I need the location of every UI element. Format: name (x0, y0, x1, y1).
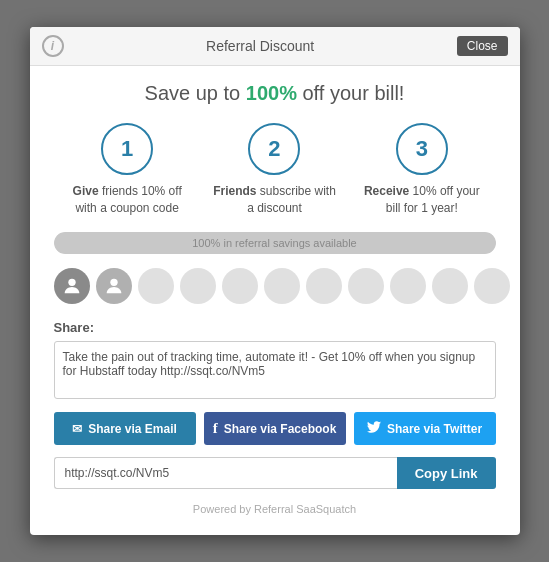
avatar-5 (222, 268, 258, 304)
info-symbol: i (51, 39, 54, 53)
copy-link-row: Copy Link (54, 457, 496, 489)
twitter-icon (367, 421, 381, 436)
powered-by-text: Powered by Referral SaaSquatch (193, 503, 356, 515)
share-message-textarea[interactable]: Take the pain out of tracking time, auto… (54, 341, 496, 399)
step-1-text: Give friends 10% off with a coupon code (62, 183, 192, 217)
share-facebook-label: Share via Facebook (224, 422, 337, 436)
powered-by: Powered by Referral SaaSquatch (54, 503, 496, 515)
headline-prefix: Save up to (145, 82, 246, 104)
share-facebook-button[interactable]: f Share via Facebook (204, 412, 346, 445)
step-2-number: 2 (268, 136, 280, 162)
step-3-circle: 3 (396, 123, 448, 175)
avatars-row (54, 268, 496, 304)
step-2: 2 Friends subscribe with a discount (209, 123, 339, 217)
copy-link-button[interactable]: Copy Link (397, 457, 496, 489)
step-3: 3 Receive 10% off your bill for 1 year! (357, 123, 487, 217)
avatar-6 (264, 268, 300, 304)
avatar-3 (138, 268, 174, 304)
avatar-1 (54, 268, 90, 304)
share-twitter-label: Share via Twitter (387, 422, 482, 436)
share-twitter-button[interactable]: Share via Twitter (354, 412, 496, 445)
headline: Save up to 100% off your bill! (54, 82, 496, 105)
modal-header: i Referral Discount Close (30, 27, 520, 66)
share-label: Share: (54, 320, 496, 335)
svg-point-1 (110, 279, 117, 286)
avatar-9 (390, 268, 426, 304)
avatar-4 (180, 268, 216, 304)
progress-bar-label: 100% in referral savings available (192, 237, 356, 249)
svg-point-0 (68, 279, 75, 286)
step-1-circle: 1 (101, 123, 153, 175)
headline-highlight: 100% (246, 82, 297, 104)
email-icon: ✉ (72, 422, 82, 436)
step-2-text: Friends subscribe with a discount (209, 183, 339, 217)
facebook-icon: f (213, 420, 218, 437)
headline-suffix: off your bill! (297, 82, 404, 104)
progress-bar: 100% in referral savings available (54, 232, 496, 254)
copy-link-input[interactable] (54, 457, 397, 489)
avatar-7 (306, 268, 342, 304)
step-3-text: Receive 10% off your bill for 1 year! (357, 183, 487, 217)
info-icon: i (42, 35, 64, 57)
modal-title: Referral Discount (64, 38, 457, 54)
overlay: i Referral Discount Close Save up to 100… (0, 0, 549, 562)
step-1: 1 Give friends 10% off with a coupon cod… (62, 123, 192, 217)
avatar-11 (474, 268, 510, 304)
close-button[interactable]: Close (457, 36, 508, 56)
avatar-8 (348, 268, 384, 304)
step-1-number: 1 (121, 136, 133, 162)
modal-dialog: i Referral Discount Close Save up to 100… (30, 27, 520, 536)
steps-container: 1 Give friends 10% off with a coupon cod… (54, 123, 496, 217)
share-email-button[interactable]: ✉ Share via Email (54, 412, 196, 445)
avatar-2 (96, 268, 132, 304)
share-email-label: Share via Email (88, 422, 177, 436)
avatar-10 (432, 268, 468, 304)
modal-body: Save up to 100% off your bill! 1 Give fr… (30, 66, 520, 536)
step-2-circle: 2 (248, 123, 300, 175)
share-buttons-row: ✉ Share via Email f Share via Facebook S… (54, 412, 496, 445)
step-3-number: 3 (416, 136, 428, 162)
